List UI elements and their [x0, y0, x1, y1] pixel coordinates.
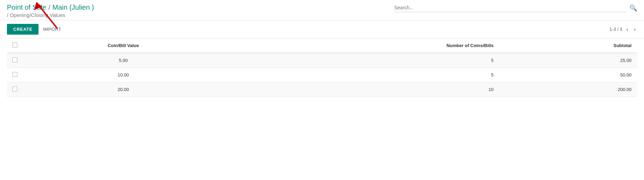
- breadcrumb-line2: / Opening/Closing Values: [7, 12, 94, 18]
- breadcrumb-pos[interactable]: Point of Sale: [7, 3, 46, 11]
- header-checkbox[interactable]: [12, 43, 17, 47]
- breadcrumb-sub: Opening/Closing Values: [10, 12, 65, 18]
- header-coin-bill-value: Coin/Bill Value: [23, 38, 224, 53]
- toolbar: CREATE IMPORT 1-3 / 3 ‹ ›: [0, 20, 644, 38]
- table-row: 5.00 5 25.00: [7, 53, 637, 68]
- cell-subtotal: 25.00: [499, 53, 637, 68]
- cell-num-coins-bills: 10: [224, 82, 499, 97]
- create-button[interactable]: CREATE: [7, 24, 39, 35]
- table-row: 10.00 5 50.00: [7, 68, 637, 82]
- cell-num-coins-bills: 5: [224, 53, 499, 68]
- row-checkbox-cell: [7, 82, 23, 97]
- cell-num-coins-bills: 5: [224, 68, 499, 82]
- breadcrumb: Point of Sale / Main (Julien ) / Opening…: [7, 3, 94, 18]
- pagination-text: 1-3 / 3: [609, 27, 622, 32]
- row-checkbox-cell: [7, 68, 23, 82]
- pagination-next[interactable]: ›: [633, 26, 637, 33]
- header-subtotal: Subtotal: [499, 38, 637, 53]
- row-checkbox-cell: [7, 53, 23, 68]
- table-row: 20.00 10 200.00: [7, 82, 637, 97]
- header-checkbox-cell: [7, 38, 23, 53]
- table-container: Coin/Bill Value Number of Coins/Bills Su…: [0, 38, 644, 97]
- row-checkbox[interactable]: [12, 72, 17, 77]
- pagination: 1-3 / 3 ‹ ›: [609, 26, 637, 33]
- row-checkbox[interactable]: [12, 87, 17, 91]
- search-container: 🔍: [394, 3, 637, 12]
- table-body: 5.00 5 25.00 10.00 5 50.00 20.00 10 200.…: [7, 53, 637, 97]
- page-header: Point of Sale / Main (Julien ) / Opening…: [0, 0, 644, 20]
- cell-coin-bill-value: 10.00: [23, 68, 224, 82]
- breadcrumb-main[interactable]: Main (Julien ): [52, 3, 94, 11]
- cell-subtotal: 200.00: [499, 82, 637, 97]
- pagination-prev[interactable]: ‹: [625, 26, 629, 33]
- row-checkbox[interactable]: [12, 57, 17, 62]
- breadcrumb-sep1: /: [48, 3, 50, 11]
- table-header-row: Coin/Bill Value Number of Coins/Bills Su…: [7, 38, 637, 53]
- import-button[interactable]: IMPORT: [43, 27, 61, 32]
- cell-coin-bill-value: 20.00: [23, 82, 224, 97]
- data-table: Coin/Bill Value Number of Coins/Bills Su…: [7, 38, 637, 97]
- cell-subtotal: 50.00: [499, 68, 637, 82]
- search-input[interactable]: [394, 3, 627, 12]
- breadcrumb-sep2: /: [7, 12, 8, 18]
- cell-coin-bill-value: 5.00: [23, 53, 224, 68]
- header-num-coins-bills: Number of Coins/Bills: [224, 38, 499, 53]
- search-icon[interactable]: 🔍: [629, 4, 637, 12]
- breadcrumb-line1: Point of Sale / Main (Julien ): [7, 3, 94, 11]
